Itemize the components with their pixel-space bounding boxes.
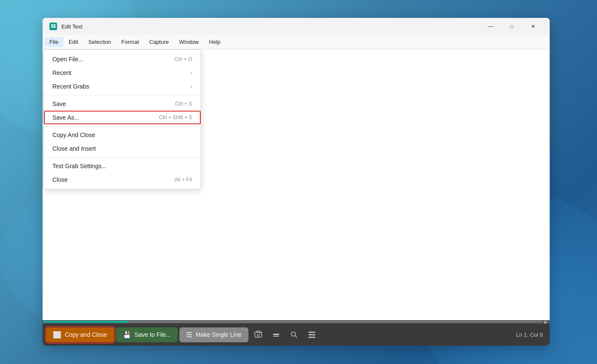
- dropdown-item-save[interactable]: Save Ctrl + S: [44, 97, 201, 111]
- scrollbar-thumb: [43, 321, 129, 323]
- scrollbar-track[interactable]: [43, 321, 543, 323]
- recent-grabs-arrow: ›: [190, 83, 192, 89]
- dropdown-item-recent[interactable]: Recent ›: [44, 66, 201, 80]
- copy-close-icon: ⬜: [53, 331, 61, 339]
- capture-icon-button[interactable]: [250, 327, 266, 343]
- save-shortcut: Ctrl + S: [175, 101, 192, 107]
- dropdown-item-recent-grabs[interactable]: Recent Grabs ›: [44, 80, 201, 93]
- save-file-icon: 💾: [123, 331, 131, 339]
- svg-rect-0: [51, 24, 55, 28]
- dropdown-item-close[interactable]: Close Alt + F4: [44, 173, 201, 186]
- main-window: Edit Text — □ ✕ File Edit Selection Form…: [43, 18, 550, 346]
- svg-line-10: [295, 336, 297, 338]
- copy-close-button[interactable]: ⬜ Copy and Close: [46, 327, 114, 342]
- window-title: Edit Text: [61, 23, 481, 30]
- dropdown-item-open-file[interactable]: Open File... Ctrl + O: [44, 52, 201, 66]
- bottom-toolbar: ⬜ Copy and Close 💾 Save to File... ☰ Mak…: [43, 324, 550, 346]
- file-dropdown: Open File... Ctrl + O Recent › Recent Gr…: [43, 49, 201, 189]
- menu-item-window[interactable]: Window: [174, 37, 204, 47]
- save-file-label: Save to File...: [135, 331, 171, 338]
- dropdown-item-text-grab-settings[interactable]: Text Grab Settings...: [44, 159, 201, 173]
- close-label: Close: [52, 176, 166, 183]
- copy-close-label: Copy and Close: [65, 331, 107, 338]
- app-icon: [49, 23, 57, 30]
- divider-3: [44, 157, 201, 158]
- svg-rect-4: [257, 331, 260, 332]
- svg-point-15: [313, 334, 314, 335]
- svg-point-6: [260, 332, 261, 333]
- close-and-insert-label: Close and Insert: [52, 145, 192, 152]
- minimize-button[interactable]: —: [481, 20, 500, 33]
- recent-grabs-label: Recent Grabs: [52, 83, 187, 90]
- dropdown-item-close-and-insert[interactable]: Close and Insert: [44, 142, 201, 155]
- settings-icon-button[interactable]: [304, 327, 320, 343]
- save-label: Save: [52, 100, 167, 107]
- recent-arrow: ›: [190, 70, 192, 76]
- text-grab-settings-label: Text Grab Settings...: [52, 163, 192, 169]
- maximize-button[interactable]: □: [502, 20, 522, 33]
- svg-point-5: [257, 334, 259, 336]
- title-bar: Edit Text — □ ✕: [43, 18, 550, 35]
- divider-1: [44, 95, 201, 95]
- svg-point-14: [309, 332, 311, 333]
- window-controls: — □ ✕: [481, 20, 543, 33]
- svg-rect-8: [273, 336, 279, 337]
- search-icon-button[interactable]: [286, 327, 302, 343]
- copy-and-close-label: Copy And Close: [52, 132, 192, 138]
- save-as-label: Save As...: [52, 114, 150, 121]
- dropdown-item-save-as[interactable]: Save As... Ctrl + Shift + S: [44, 111, 201, 124]
- menu-item-file[interactable]: File: [44, 37, 63, 47]
- single-line-label: Make Single Line: [196, 331, 241, 338]
- svg-point-9: [291, 332, 295, 336]
- divider-2: [44, 126, 201, 126]
- svg-point-16: [310, 337, 311, 338]
- menu-item-format[interactable]: Format: [116, 37, 144, 47]
- minimize-toolbar-icon-button[interactable]: [268, 327, 284, 343]
- svg-rect-1: [52, 25, 55, 26]
- open-file-shortcut: Ctrl + O: [174, 56, 192, 62]
- menu-bar: File Edit Selection Format Capture Windo…: [43, 35, 550, 49]
- save-file-button[interactable]: 💾 Save to File...: [116, 327, 178, 342]
- dropdown-item-copy-and-close[interactable]: Copy And Close: [44, 128, 201, 142]
- svg-rect-7: [273, 334, 279, 335]
- single-line-button[interactable]: ☰ Make Single Line: [179, 327, 248, 342]
- recent-label: Recent: [52, 69, 187, 76]
- menu-item-help[interactable]: Help: [204, 37, 226, 47]
- close-shortcut: Alt + F4: [174, 177, 192, 183]
- open-file-label: Open File...: [52, 56, 166, 63]
- single-line-icon: ☰: [186, 331, 192, 339]
- save-as-shortcut: Ctrl + Shift + S: [159, 115, 192, 120]
- content-area: Open File... Ctrl + O Recent › Recent Gr…: [43, 49, 550, 320]
- scrollbar-container: ▶: [43, 320, 550, 324]
- menu-item-edit[interactable]: Edit: [63, 37, 83, 47]
- close-button[interactable]: ✕: [523, 20, 543, 33]
- menu-item-capture[interactable]: Capture: [144, 37, 174, 47]
- svg-rect-2: [52, 26, 54, 27]
- menu-item-selection[interactable]: Selection: [83, 37, 116, 47]
- status-text: Ln 1, Col 8: [516, 332, 543, 338]
